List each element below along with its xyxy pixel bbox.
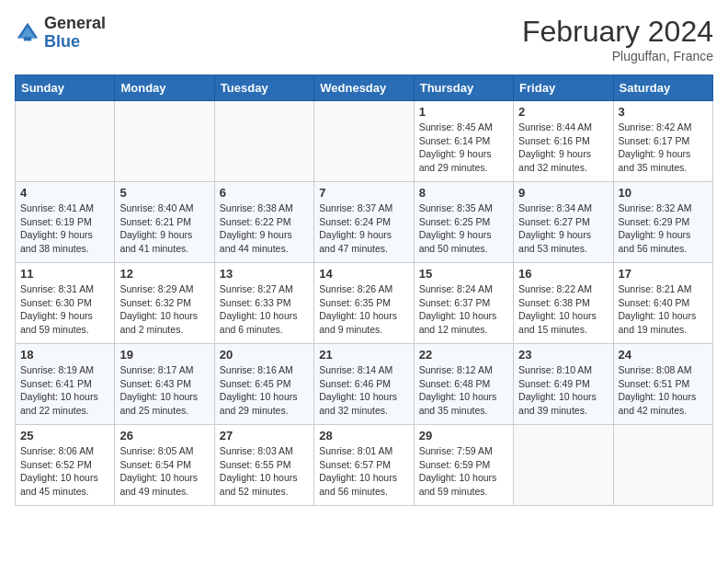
day-info: Sunrise: 8:35 AM Sunset: 6:25 PM Dayligh… [419, 201, 508, 256]
calendar-day-cell: 22Sunrise: 8:12 AM Sunset: 6:48 PM Dayli… [414, 344, 513, 425]
calendar-day-cell [115, 101, 214, 182]
day-info: Sunrise: 8:37 AM Sunset: 6:24 PM Dayligh… [319, 201, 408, 256]
day-info: Sunrise: 8:27 AM Sunset: 6:33 PM Dayligh… [220, 282, 309, 337]
calendar-week-row: 18Sunrise: 8:19 AM Sunset: 6:41 PM Dayli… [16, 344, 713, 425]
day-info: Sunrise: 8:24 AM Sunset: 6:37 PM Dayligh… [419, 282, 508, 337]
day-info: Sunrise: 8:34 AM Sunset: 6:27 PM Dayligh… [518, 201, 608, 256]
calendar-day-cell: 26Sunrise: 8:05 AM Sunset: 6:54 PM Dayli… [115, 425, 214, 506]
calendar-day-cell: 21Sunrise: 8:14 AM Sunset: 6:46 PM Dayli… [314, 344, 414, 425]
day-number: 17 [619, 267, 708, 281]
svg-rect-2 [24, 37, 31, 40]
calendar-week-row: 25Sunrise: 8:06 AM Sunset: 6:52 PM Dayli… [16, 425, 713, 506]
calendar-day-cell: 12Sunrise: 8:29 AM Sunset: 6:32 PM Dayli… [115, 263, 214, 344]
col-header-friday: Friday [514, 75, 613, 101]
day-number: 20 [220, 348, 309, 362]
day-info: Sunrise: 8:01 AM Sunset: 6:57 PM Dayligh… [319, 444, 408, 499]
day-number: 16 [518, 267, 608, 281]
col-header-tuesday: Tuesday [214, 75, 313, 101]
day-number: 19 [119, 348, 209, 362]
day-info: Sunrise: 8:26 AM Sunset: 6:35 PM Dayligh… [319, 282, 408, 337]
day-number: 22 [419, 348, 508, 362]
day-number: 18 [20, 348, 109, 362]
logo-general: General [44, 14, 106, 32]
subtitle: Pluguffan, France [522, 49, 713, 63]
day-info: Sunrise: 8:17 AM Sunset: 6:43 PM Dayligh… [119, 363, 209, 418]
calendar-header-row: SundayMondayTuesdayWednesdayThursdayFrid… [16, 75, 713, 101]
title-block: February 2024 Pluguffan, France [522, 15, 713, 63]
day-number: 12 [119, 267, 209, 281]
calendar-day-cell: 10Sunrise: 8:32 AM Sunset: 6:29 PM Dayli… [613, 182, 712, 263]
day-number: 25 [20, 429, 109, 442]
calendar-day-cell: 2Sunrise: 8:44 AM Sunset: 6:16 PM Daylig… [514, 101, 613, 182]
logo-icon [15, 20, 40, 46]
logo: General Blue [15, 15, 106, 52]
day-number: 7 [319, 186, 408, 200]
calendar-week-row: 4Sunrise: 8:41 AM Sunset: 6:19 PM Daylig… [16, 182, 713, 263]
calendar-table: SundayMondayTuesdayWednesdayThursdayFrid… [15, 75, 713, 506]
day-info: Sunrise: 8:06 AM Sunset: 6:52 PM Dayligh… [20, 444, 109, 499]
col-header-thursday: Thursday [414, 75, 513, 101]
day-number: 11 [20, 267, 109, 281]
day-info: Sunrise: 8:38 AM Sunset: 6:22 PM Dayligh… [220, 201, 309, 256]
calendar-day-cell: 16Sunrise: 8:22 AM Sunset: 6:38 PM Dayli… [514, 263, 613, 344]
calendar-day-cell: 17Sunrise: 8:21 AM Sunset: 6:40 PM Dayli… [613, 263, 712, 344]
day-number: 3 [619, 105, 708, 119]
day-number: 4 [20, 186, 109, 200]
day-info: Sunrise: 8:44 AM Sunset: 6:16 PM Dayligh… [518, 121, 608, 175]
day-number: 24 [619, 348, 708, 362]
calendar-day-cell: 5Sunrise: 8:40 AM Sunset: 6:21 PM Daylig… [115, 182, 214, 263]
calendar-day-cell: 18Sunrise: 8:19 AM Sunset: 6:41 PM Dayli… [16, 344, 115, 425]
calendar-day-cell: 7Sunrise: 8:37 AM Sunset: 6:24 PM Daylig… [314, 182, 414, 263]
calendar-day-cell: 1Sunrise: 8:45 AM Sunset: 6:14 PM Daylig… [414, 101, 513, 182]
calendar-day-cell [214, 101, 313, 182]
calendar-day-cell: 24Sunrise: 8:08 AM Sunset: 6:51 PM Dayli… [613, 344, 712, 425]
day-number: 15 [419, 267, 508, 281]
page-header: General Blue February 2024 Pluguffan, Fr… [15, 15, 713, 63]
calendar-day-cell [16, 101, 115, 182]
logo-text: General Blue [44, 15, 106, 52]
day-number: 10 [619, 186, 708, 200]
calendar-day-cell: 28Sunrise: 8:01 AM Sunset: 6:57 PM Dayli… [314, 425, 414, 506]
day-info: Sunrise: 8:22 AM Sunset: 6:38 PM Dayligh… [518, 282, 608, 337]
day-info: Sunrise: 8:14 AM Sunset: 6:46 PM Dayligh… [319, 363, 408, 418]
day-number: 9 [518, 186, 608, 200]
day-info: Sunrise: 8:45 AM Sunset: 6:14 PM Dayligh… [419, 121, 508, 175]
calendar-day-cell: 8Sunrise: 8:35 AM Sunset: 6:25 PM Daylig… [414, 182, 513, 263]
day-info: Sunrise: 8:31 AM Sunset: 6:30 PM Dayligh… [20, 282, 109, 337]
day-info: Sunrise: 8:05 AM Sunset: 6:54 PM Dayligh… [119, 444, 209, 499]
day-info: Sunrise: 8:21 AM Sunset: 6:40 PM Dayligh… [619, 282, 708, 337]
day-number: 1 [419, 105, 508, 119]
day-info: Sunrise: 8:19 AM Sunset: 6:41 PM Dayligh… [20, 363, 109, 418]
day-info: Sunrise: 8:03 AM Sunset: 6:55 PM Dayligh… [220, 444, 309, 499]
month-title: February 2024 [522, 15, 713, 49]
col-header-sunday: Sunday [16, 75, 115, 101]
day-number: 28 [319, 429, 408, 442]
calendar-day-cell: 14Sunrise: 8:26 AM Sunset: 6:35 PM Dayli… [314, 263, 414, 344]
logo-blue: Blue [44, 32, 80, 51]
day-number: 2 [518, 105, 608, 119]
day-number: 27 [220, 429, 309, 442]
calendar-day-cell: 6Sunrise: 8:38 AM Sunset: 6:22 PM Daylig… [214, 182, 313, 263]
calendar-day-cell: 3Sunrise: 8:42 AM Sunset: 6:17 PM Daylig… [613, 101, 712, 182]
calendar-day-cell [514, 425, 613, 506]
col-header-wednesday: Wednesday [314, 75, 414, 101]
day-number: 5 [119, 186, 209, 200]
calendar-day-cell [314, 101, 414, 182]
calendar-day-cell: 29Sunrise: 7:59 AM Sunset: 6:59 PM Dayli… [414, 425, 513, 506]
calendar-day-cell: 11Sunrise: 8:31 AM Sunset: 6:30 PM Dayli… [16, 263, 115, 344]
calendar-day-cell: 25Sunrise: 8:06 AM Sunset: 6:52 PM Dayli… [16, 425, 115, 506]
day-info: Sunrise: 8:12 AM Sunset: 6:48 PM Dayligh… [419, 363, 508, 418]
calendar-week-row: 1Sunrise: 8:45 AM Sunset: 6:14 PM Daylig… [16, 101, 713, 182]
calendar-day-cell: 19Sunrise: 8:17 AM Sunset: 6:43 PM Dayli… [115, 344, 214, 425]
day-info: Sunrise: 8:29 AM Sunset: 6:32 PM Dayligh… [119, 282, 209, 337]
day-number: 6 [220, 186, 309, 200]
col-header-saturday: Saturday [613, 75, 712, 101]
calendar-day-cell: 13Sunrise: 8:27 AM Sunset: 6:33 PM Dayli… [214, 263, 313, 344]
day-info: Sunrise: 7:59 AM Sunset: 6:59 PM Dayligh… [419, 444, 508, 499]
day-number: 29 [419, 429, 508, 442]
col-header-monday: Monday [115, 75, 214, 101]
calendar-day-cell: 27Sunrise: 8:03 AM Sunset: 6:55 PM Dayli… [214, 425, 313, 506]
calendar-day-cell: 9Sunrise: 8:34 AM Sunset: 6:27 PM Daylig… [514, 182, 613, 263]
day-info: Sunrise: 8:16 AM Sunset: 6:45 PM Dayligh… [220, 363, 309, 418]
calendar-week-row: 11Sunrise: 8:31 AM Sunset: 6:30 PM Dayli… [16, 263, 713, 344]
